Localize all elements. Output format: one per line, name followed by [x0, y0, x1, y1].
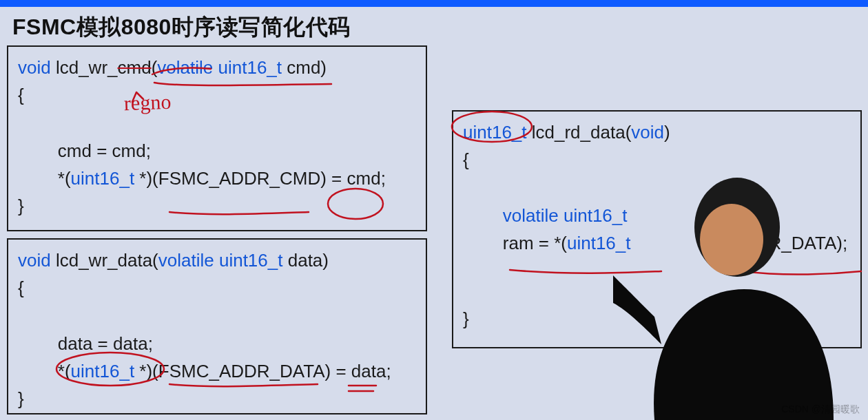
l2-type: uint16_t — [71, 361, 135, 381]
presenter-face — [700, 204, 763, 275]
page-title: FSMC模拟8080时序读写简化代码 — [12, 12, 351, 43]
l2-cmd: cmd — [347, 168, 381, 189]
box2-line2: *(uint16_t *)(FSMC_ADDR_DATA) = data; — [18, 357, 416, 385]
code-box-lcd-wr-cmd: void lcd_wr_cmd(volatile uint16_t cmd) {… — [7, 45, 427, 231]
paren-close: ) — [664, 122, 670, 143]
fn-name: lcd_wr_ — [51, 57, 118, 78]
kw-volatile: volatile — [503, 205, 559, 226]
l1a — [463, 205, 503, 226]
top-accent-bar — [0, 0, 868, 7]
kw-uint16: uint16_t — [218, 57, 282, 78]
blank-line — [18, 109, 416, 137]
space — [559, 205, 564, 226]
box1-signature: void lcd_wr_cmd(volatile uint16_t cmd) — [18, 54, 416, 81]
fn-name: lcd_rd_data( — [527, 122, 632, 143]
box2-signature: void lcd_wr_data(volatile uint16_t data) — [18, 246, 416, 274]
fn-name: lcd_wr_data( — [51, 250, 158, 271]
box1-line1: cmd = cmd; — [18, 137, 416, 165]
l2a: ram = *( — [463, 233, 567, 253]
param: cmd) — [282, 57, 327, 78]
brace-close: } — [18, 192, 416, 220]
kw-volatile: volatile — [158, 250, 214, 271]
space — [214, 250, 219, 271]
l2-type: uint16_t — [71, 168, 135, 189]
l2a: *( — [18, 168, 71, 189]
l2b: *)(FSMC_ADDR_DATA) = data; — [134, 361, 391, 381]
presenter-arm — [613, 275, 661, 344]
presenter-figure — [613, 158, 840, 420]
brace-open: { — [18, 274, 416, 302]
l2c: ; — [381, 168, 386, 189]
kw-volatile: volatile — [157, 57, 213, 78]
box2-line1: data = data; — [18, 330, 416, 357]
presenter-body — [654, 289, 834, 420]
kw-void: void — [18, 57, 51, 78]
brace-close: } — [18, 385, 416, 412]
footer-watermark: CSDN @清园暖歌 — [781, 403, 860, 416]
space — [213, 57, 218, 78]
kw-uint16: uint16_t — [463, 122, 527, 143]
kw-void: void — [18, 250, 51, 271]
handwriting-regno: regno — [123, 90, 171, 115]
kw-void: void — [631, 122, 664, 143]
l2a: *( — [18, 361, 71, 381]
param: data) — [282, 250, 329, 271]
blank-line — [18, 302, 416, 330]
box1-line2: *(uint16_t *)(FSMC_ADDR_CMD) = cmd; — [18, 165, 416, 192]
struck-cmd: cmd — [118, 57, 152, 78]
l2b: *)(FSMC_ADDR_CMD) = — [134, 168, 347, 189]
brace-open: { — [18, 81, 416, 109]
box3-signature: uint16_t lcd_rd_data(void) — [463, 118, 851, 146]
kw-uint16: uint16_t — [219, 250, 283, 271]
code-box-lcd-wr-data: void lcd_wr_data(volatile uint16_t data)… — [7, 238, 427, 414]
